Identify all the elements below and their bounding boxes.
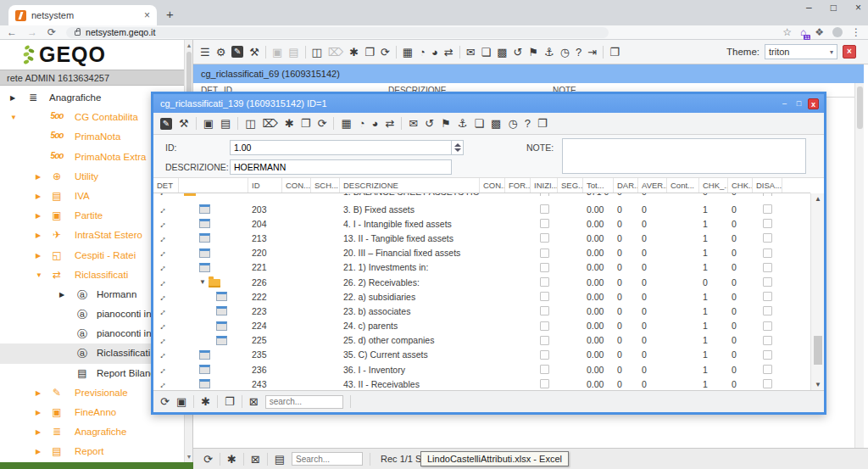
menu-icon[interactable]: ☰ (200, 47, 210, 58)
gauge-icon[interactable]: ◔ (359, 118, 365, 129)
grid-row[interactable]: ↔▼22626. 2) Receivables:0.000000 (153, 275, 810, 289)
grid-col-header-for[interactable]: FOR... (505, 178, 531, 193)
exit-icon[interactable]: ⇥ (587, 47, 597, 58)
disa-checkbox[interactable] (763, 263, 772, 272)
spinner-up-icon[interactable] (454, 143, 461, 147)
grid-row[interactable]: ↔22424. c) parents0.000010 (153, 319, 810, 333)
help-icon[interactable]: ? (525, 118, 531, 129)
scroll-up-icon[interactable]: ▲ (186, 42, 192, 48)
extensions-puzzle-icon[interactable]: ❖ (815, 26, 824, 38)
theme-select[interactable]: triton ▾ (765, 44, 837, 59)
note-field[interactable] (562, 138, 806, 174)
settings-gears-icon[interactable]: ⚙ (216, 47, 226, 58)
grid-row[interactable]: ↔22020. III – Financial fixed assets0.00… (153, 246, 810, 260)
scroll-thumb[interactable] (814, 336, 822, 365)
grid-row[interactable]: ↔1. BALANCE SHEET ASSETS HORMANN371 0000… (153, 193, 810, 202)
reload-icon[interactable]: ⟳ (47, 26, 56, 38)
chevron-right-icon[interactable]: ▶ (36, 409, 41, 416)
grid-col-header-id[interactable]: ID (248, 178, 282, 193)
disa-checkbox[interactable] (763, 336, 772, 345)
browser-tab[interactable]: netsystem × (8, 5, 157, 25)
flag-icon[interactable]: ⚑ (528, 47, 538, 58)
window-close-icon[interactable]: × (855, 2, 861, 14)
help-icon[interactable]: ? (576, 47, 581, 58)
inizi-checkbox[interactable] (540, 306, 549, 315)
scroll-down-icon[interactable]: ▼ (811, 381, 825, 388)
save-icon[interactable]: ▣ (176, 396, 186, 407)
grid-row[interactable]: ↔21313. II - Tangible fixed assets0.0000… (153, 231, 810, 245)
detail-expand-icon[interactable]: ↔ (154, 363, 168, 377)
table-icon[interactable]: ▦ (403, 47, 413, 58)
chevron-right-icon[interactable]: ▶ (59, 291, 64, 299)
columns-icon[interactable]: ◫ (312, 47, 322, 58)
background-window-titlebar[interactable]: cg_riclassificati_69 (1609315142) (193, 64, 864, 83)
inizi-checkbox[interactable] (540, 365, 549, 374)
new-tab-button[interactable]: + (166, 7, 174, 21)
detail-expand-icon[interactable]: ↔ (154, 202, 168, 215)
print-icon[interactable]: ▤ (220, 118, 231, 129)
clock-icon[interactable]: ◷ (560, 47, 570, 58)
sidebar-item-anagrafiche[interactable]: ▶≣Anagrafiche (0, 422, 185, 442)
undo-icon[interactable]: ↺ (425, 118, 434, 129)
mail-icon[interactable]: ✉ (466, 47, 476, 58)
chevron-right-icon[interactable]: ▶ (36, 448, 41, 455)
folder-open-icon[interactable]: ❏ (481, 47, 492, 58)
grid-search-input[interactable] (265, 395, 343, 409)
detail-expand-icon[interactable]: ↔ (154, 304, 168, 318)
new-icon[interactable]: ✱ (349, 47, 359, 58)
inizi-checkbox[interactable] (540, 336, 549, 345)
grid-row[interactable]: ↔22323. b) associates0.000010 (153, 304, 810, 318)
grid-row[interactable]: ↔23636. I - Inventory0.000010 (153, 362, 810, 377)
swap-icon[interactable]: ⇄ (444, 47, 453, 58)
inizi-checkbox[interactable] (540, 219, 549, 228)
grid-row[interactable]: ↔2033. B) Fixed assets0.000010 (153, 202, 810, 216)
new-icon[interactable]: ✱ (285, 118, 294, 129)
grid-row[interactable]: ↔2044. I - Intangible fixed assets0.0000… (153, 216, 810, 231)
chevron-right-icon[interactable]: ▶ (36, 212, 41, 220)
inizi-checkbox[interactable] (540, 277, 549, 287)
grid-row[interactable]: ↔22525. d) other companies0.000010 (153, 333, 810, 348)
window-minimize-icon[interactable]: – (806, 2, 812, 14)
copy-alt-icon[interactable]: ❐ (537, 118, 548, 129)
back-icon[interactable]: ← (7, 26, 17, 38)
browser-menu-icon[interactable]: ⋮ (851, 26, 861, 38)
refresh-icon[interactable]: ⟳ (381, 47, 390, 58)
url-field[interactable]: netsystem.geqo.it (66, 27, 609, 38)
detail-expand-icon[interactable]: ↔ (154, 290, 168, 304)
inizi-checkbox[interactable] (540, 193, 549, 196)
scroll-up-icon[interactable]: ▲ (811, 195, 825, 203)
tree-collapse-icon[interactable]: ▼ (199, 278, 206, 286)
detail-expand-icon[interactable]: ↔ (154, 246, 168, 260)
chevron-down-icon[interactable]: ▼ (10, 114, 17, 121)
chevron-down-icon[interactable]: ▼ (36, 271, 42, 279)
extension-house-icon[interactable]: ⌂11 (800, 26, 806, 38)
disa-checkbox[interactable] (763, 233, 772, 243)
refresh-icon[interactable]: ⟳ (160, 396, 170, 407)
clock-icon[interactable]: ◷ (508, 118, 517, 129)
disa-checkbox[interactable] (763, 350, 772, 360)
wrench-icon[interactable]: ⚒ (179, 118, 189, 129)
folder-open-icon[interactable]: ❏ (474, 118, 484, 129)
theme-close-button[interactable]: × (843, 45, 856, 59)
detail-expand-icon[interactable]: ↔ (154, 260, 168, 274)
grid-col-header-sch[interactable]: SCH... (311, 178, 340, 193)
grid-col-header-tree[interactable] (179, 178, 248, 193)
save-icon[interactable]: ▣ (203, 118, 214, 129)
inizi-checkbox[interactable] (540, 379, 549, 388)
columns-icon[interactable]: ◫ (245, 118, 255, 129)
dialog-titlebar[interactable]: cg_riclassificati_139 (1609315142) ID=1 … (153, 94, 824, 113)
disa-checkbox[interactable] (763, 306, 772, 315)
sidebar-item-report[interactable]: ▶▤Report (0, 442, 185, 461)
flag-icon[interactable]: ⚑ (441, 118, 451, 129)
pie-chart-icon[interactable]: ◕ (431, 47, 438, 58)
disa-checkbox[interactable] (763, 277, 772, 287)
detail-expand-icon[interactable]: ↔ (154, 193, 168, 196)
scroll-down-icon[interactable]: ▼ (186, 454, 192, 460)
copy-alt-icon[interactable]: ❐ (609, 47, 620, 58)
tab-close-icon[interactable]: × (144, 9, 150, 21)
inizi-checkbox[interactable] (540, 321, 549, 331)
grid-col-header-tot[interactable]: Tot... (583, 178, 614, 193)
chevron-right-icon[interactable]: ▶ (10, 94, 15, 102)
mail-icon[interactable]: ✉ (409, 118, 418, 129)
disa-checkbox[interactable] (763, 204, 772, 214)
